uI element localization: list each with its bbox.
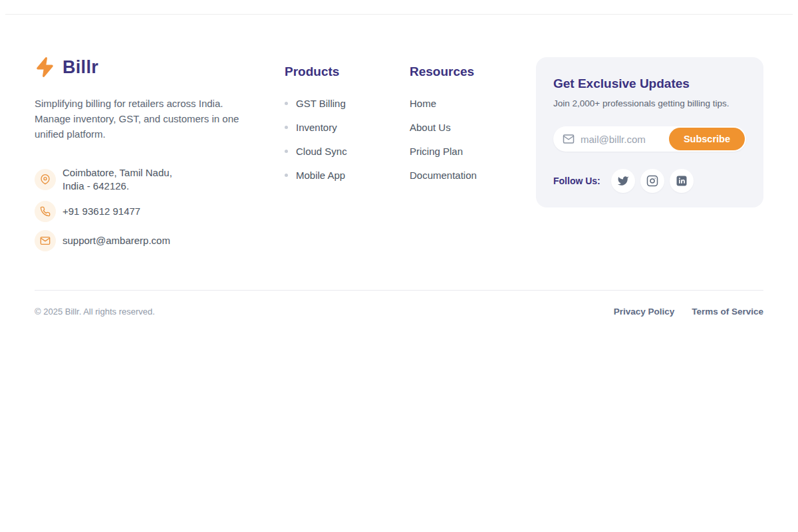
list-item: Mobile App: [285, 168, 410, 182]
resources-list: Home About Us Pricing Plan Documentation: [410, 96, 535, 182]
link-cloud-sync[interactable]: Cloud Sync: [296, 146, 347, 157]
email-input[interactable]: [581, 134, 669, 145]
twitter-icon: [617, 175, 629, 187]
footer: Billr Simplifying billing for retailers …: [35, 57, 763, 259]
newsletter-title: Get Exclusive Updates: [553, 76, 746, 92]
privacy-policy-link[interactable]: Privacy Policy: [614, 307, 675, 317]
bullet-icon: [285, 150, 288, 153]
brand-name: Billr: [63, 57, 98, 78]
phone-icon: [35, 201, 56, 222]
products-title: Products: [285, 65, 410, 79]
linkedin-button[interactable]: [670, 169, 694, 193]
linkedin-icon: [676, 175, 688, 187]
link-pricing-plan[interactable]: Pricing Plan: [410, 146, 463, 157]
email-text: support@ambarerp.com: [63, 234, 170, 247]
products-column: Products GST Billing Inventory Cloud Syn…: [285, 57, 410, 192]
resources-column: Resources Home About Us Pricing Plan Doc…: [410, 57, 535, 192]
bullet-icon: [285, 126, 288, 129]
contact-phone: +91 93612 91477: [35, 201, 271, 222]
contact-address: Coimbatore, Tamil Nadu, India - 642126.: [35, 166, 271, 193]
mail-input-icon: [563, 133, 575, 145]
contact-list: Coimbatore, Tamil Nadu, India - 642126. …: [35, 166, 271, 251]
map-pin-icon: [35, 169, 56, 190]
top-divider: [5, 14, 793, 15]
products-list: GST Billing Inventory Cloud Sync Mobile …: [285, 96, 410, 182]
resources-title: Resources: [410, 65, 535, 79]
subscribe-box: Subscribe: [553, 126, 746, 152]
list-item: Cloud Sync: [285, 144, 410, 158]
link-about-us[interactable]: About Us: [410, 122, 451, 133]
follow-row: Follow Us:: [553, 169, 746, 193]
twitter-button[interactable]: [611, 169, 635, 193]
newsletter-subtitle: Join 2,000+ professionals getting billin…: [553, 98, 746, 108]
terms-of-service-link[interactable]: Terms of Service: [692, 307, 763, 317]
lightning-bolt-icon: [35, 57, 56, 78]
bottom-links: Privacy Policy Terms of Service: [597, 307, 763, 317]
newsletter-card: Get Exclusive Updates Join 2,000+ profes…: [536, 57, 763, 207]
link-documentation[interactable]: Documentation: [410, 170, 477, 181]
mail-icon: [35, 230, 56, 251]
bullet-icon: [285, 102, 288, 105]
bullet-icon: [285, 174, 288, 177]
instagram-button[interactable]: [640, 169, 664, 193]
brand-column: Billr Simplifying billing for retailers …: [35, 57, 271, 259]
copyright-text: © 2025 Billr. All rights reserved.: [35, 307, 155, 317]
link-gst-billing[interactable]: GST Billing: [296, 98, 346, 109]
list-item: Home: [410, 96, 535, 110]
follow-us-label: Follow Us:: [553, 176, 600, 186]
list-item: GST Billing: [285, 96, 410, 110]
list-item: About Us: [410, 120, 535, 134]
contact-email: support@ambarerp.com: [35, 230, 271, 251]
link-inventory[interactable]: Inventory: [296, 122, 337, 133]
brand-logo: Billr: [35, 57, 271, 78]
instagram-icon: [646, 175, 658, 187]
list-item: Documentation: [410, 168, 535, 182]
bottom-bar: © 2025 Billr. All rights reserved. Priva…: [35, 307, 763, 317]
address-text: Coimbatore, Tamil Nadu, India - 642126.: [63, 166, 172, 193]
subscribe-button[interactable]: Subscribe: [669, 128, 745, 150]
list-item: Pricing Plan: [410, 144, 535, 158]
link-mobile-app[interactable]: Mobile App: [296, 170, 345, 181]
brand-description: Simplifying billing for retailers across…: [35, 96, 254, 142]
list-item: Inventory: [285, 120, 410, 134]
bottom-divider: [35, 290, 763, 291]
phone-text: +91 93612 91477: [63, 205, 140, 218]
link-home[interactable]: Home: [410, 98, 436, 109]
